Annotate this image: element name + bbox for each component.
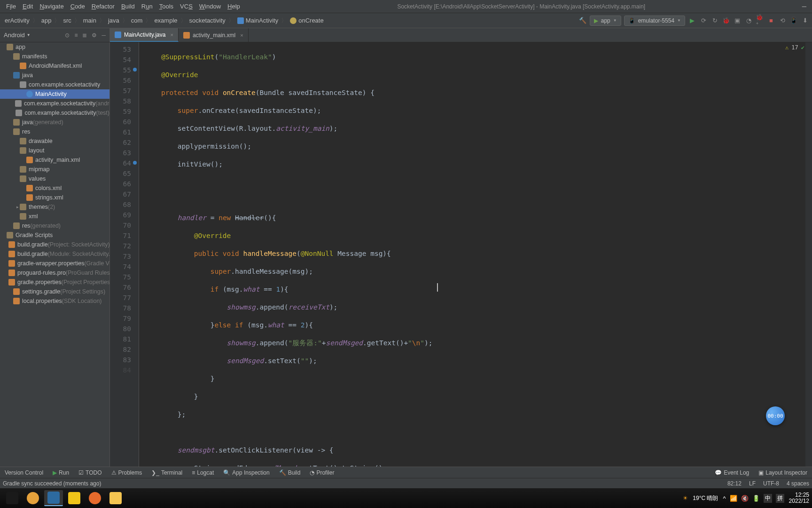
inspection-strip[interactable] xyxy=(805,42,812,467)
profile-icon[interactable]: ◔ xyxy=(744,16,753,25)
tree-item[interactable]: proguard-rules.pro (ProGuard Rules for S… xyxy=(0,268,109,278)
btm-event-log[interactable]: 💬Event Log xyxy=(710,469,754,476)
crumb-src[interactable]: src xyxy=(61,16,73,25)
gear-icon[interactable]: ⚙ xyxy=(92,32,97,39)
code-area[interactable]: @SuppressLint("HandlerLeak") @Override p… xyxy=(139,42,805,467)
indent-setting[interactable]: 4 spaces xyxy=(787,480,809,487)
device-combo[interactable]: 📱emulator-5554▼ xyxy=(624,16,685,26)
btm-version-control[interactable]: Version Control xyxy=(0,469,48,476)
crumb-app[interactable]: app xyxy=(39,16,54,25)
tree-item[interactable]: gradle-wrapper.properties (Gradle Versio… xyxy=(0,259,109,268)
minimize-icon[interactable]: ─ xyxy=(802,3,806,10)
collapse-icon[interactable]: ≣ xyxy=(82,32,87,39)
tree-item[interactable]: values xyxy=(0,174,109,183)
tree-item[interactable]: com.example.socketactivity (test) xyxy=(0,108,109,118)
crumb-method[interactable]: onCreate xyxy=(288,16,325,25)
tree-item[interactable]: drawable xyxy=(0,136,109,146)
btm-problems[interactable]: ⚠Problems xyxy=(107,469,147,476)
warning-count[interactable]: 17 xyxy=(791,44,798,51)
btm-todo[interactable]: ☑TODO xyxy=(74,469,106,476)
btm-logcat[interactable]: ≡Logcat xyxy=(187,469,219,476)
project-tree[interactable]: appmanifestsAndroidManifest.xmljavacom.e… xyxy=(0,42,110,467)
crumb-class[interactable]: MainActivity xyxy=(235,16,280,25)
btm-terminal[interactable]: ❯_Terminal xyxy=(147,469,187,476)
tree-item[interactable]: mipmap xyxy=(0,165,109,174)
avd-manager-icon[interactable]: 📱 xyxy=(789,16,798,25)
crumb-example[interactable]: example xyxy=(152,16,179,25)
tree-item[interactable]: res (generated) xyxy=(0,221,109,230)
tray-chevron-icon[interactable]: ^ xyxy=(723,495,726,502)
menu-vcs[interactable]: VCS xyxy=(177,3,196,10)
tree-item[interactable]: res xyxy=(0,127,109,136)
weather-icon[interactable]: ☀ xyxy=(683,495,688,501)
tree-item[interactable]: strings.xml xyxy=(0,193,109,202)
run-icon[interactable]: ▶ xyxy=(688,16,696,25)
attach-debugger-icon[interactable]: 🐞⁺ xyxy=(756,16,764,25)
weather-text[interactable]: 19°C 晴朗 xyxy=(693,494,718,502)
code-editor[interactable]: 53 54 55 56 57 58 59 60 61 62 63 64 65 6… xyxy=(110,42,812,467)
btm-run[interactable]: ▶Run xyxy=(48,469,74,476)
task-app-1[interactable] xyxy=(23,490,42,506)
tab-activity-main-xml[interactable]: activity_main.xml × xyxy=(179,28,249,42)
stop-icon[interactable]: ■ xyxy=(767,16,775,25)
floating-bubble[interactable]: 00:00 xyxy=(766,406,785,425)
tree-item[interactable]: manifests xyxy=(0,52,109,61)
menu-refactor[interactable]: Refactor xyxy=(88,3,118,10)
menu-run[interactable]: Run xyxy=(138,3,156,10)
ime-indicator[interactable]: 中 xyxy=(764,494,772,503)
tree-item[interactable]: Gradle Scripts xyxy=(0,230,109,240)
tray-battery-icon[interactable]: 🔋 xyxy=(752,495,760,502)
sync-icon[interactable]: ⟲ xyxy=(778,16,787,25)
task-app-3[interactable] xyxy=(65,490,84,506)
caret-position[interactable]: 82:12 xyxy=(727,480,742,487)
tree-item[interactable]: com.example.socketactivity xyxy=(0,80,109,89)
sdk-manager-icon[interactable]: ⬇ xyxy=(801,16,809,25)
menu-help[interactable]: Help xyxy=(224,3,243,10)
gutter[interactable]: 53 54 55 56 57 58 59 60 61 62 63 64 65 6… xyxy=(110,42,139,467)
tree-item[interactable]: java (generated) xyxy=(0,118,109,127)
apply-changes-icon[interactable]: ⟳ xyxy=(699,16,708,25)
menu-file[interactable]: File xyxy=(3,3,19,10)
btm-app-inspection[interactable]: 🔍App Inspection xyxy=(219,469,274,476)
menu-edit[interactable]: Edit xyxy=(19,3,36,10)
hide-icon[interactable]: ─ xyxy=(102,32,106,39)
btm-layout-inspector[interactable]: ▣Layout Inspector xyxy=(754,469,812,476)
menu-navigate[interactable]: Navigate xyxy=(36,3,67,10)
debug-icon[interactable]: 🐞 xyxy=(722,16,730,25)
tab-mainactivity[interactable]: MainActivity.java × xyxy=(110,28,179,42)
tree-item[interactable]: activity_main.xml xyxy=(0,155,109,165)
task-app-4[interactable] xyxy=(86,490,104,506)
crumb-main[interactable]: main xyxy=(81,16,98,25)
file-encoding[interactable]: UTF-8 xyxy=(763,480,779,487)
crumb-com[interactable]: com xyxy=(129,16,145,25)
os-taskbar[interactable]: ☀ 19°C 晴朗 ^ 📶 🔇 🔋 中 拼 12:25 2022/12 xyxy=(0,488,812,508)
close-icon[interactable]: × xyxy=(240,32,243,38)
menu-build[interactable]: Build xyxy=(118,3,138,10)
coverage-icon[interactable]: ▣ xyxy=(733,16,742,25)
expand-icon[interactable]: ≡ xyxy=(74,32,78,39)
tree-item[interactable]: settings.gradle (Project Settings) xyxy=(0,287,109,296)
tree-item[interactable]: local.properties (SDK Location) xyxy=(0,296,109,306)
close-icon[interactable]: × xyxy=(170,32,173,38)
task-app-2[interactable] xyxy=(44,490,63,506)
tree-item[interactable]: ▸themes (2) xyxy=(0,202,109,212)
tree-item[interactable]: java xyxy=(0,71,109,80)
apply-code-icon[interactable]: ↻ xyxy=(710,16,719,25)
warning-icon[interactable]: ⚠ xyxy=(785,44,789,51)
tree-item[interactable]: xml xyxy=(0,212,109,221)
tree-item[interactable]: AndroidManifest.xml xyxy=(0,61,109,71)
tree-item[interactable]: MainActivity xyxy=(0,89,109,99)
ime-mode[interactable]: 拼 xyxy=(776,494,784,503)
tree-item[interactable]: colors.xml xyxy=(0,183,109,193)
btm-build[interactable]: 🔨Build xyxy=(274,469,305,476)
menu-tools[interactable]: Tools xyxy=(156,3,177,10)
tree-item[interactable]: layout xyxy=(0,146,109,155)
crumb-module[interactable]: erActivity xyxy=(3,16,31,25)
start-menu-icon[interactable] xyxy=(3,490,22,506)
tree-item[interactable]: build.gradle (Project: SocketActivity) xyxy=(0,240,109,249)
tree-item[interactable]: build.gradle (Module: SocketActivity.app… xyxy=(0,249,109,259)
line-separator[interactable]: LF xyxy=(749,480,756,487)
select-opened-icon[interactable]: ⊙ xyxy=(65,32,70,39)
clock[interactable]: 12:25 2022/12 xyxy=(789,492,809,504)
tray-volume-icon[interactable]: 🔇 xyxy=(741,495,749,502)
